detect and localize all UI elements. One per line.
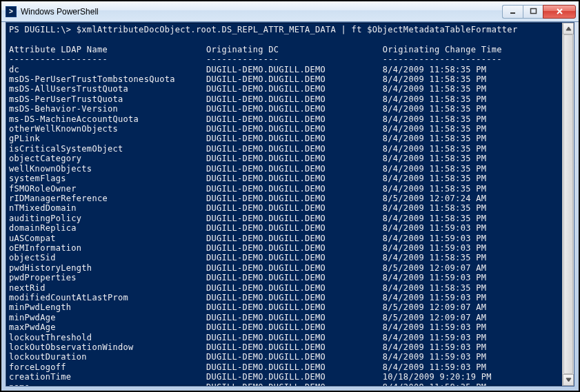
window-controls [502,5,576,19]
window-title: Windows PowerShell [21,7,502,17]
console-output[interactable]: PS DUGILL:\> $xmlAttributeDocObject.root… [6,23,562,386]
svg-rect-1 [530,9,536,14]
scrollbar-track[interactable] [563,34,574,374]
minimize-button[interactable] [502,5,523,19]
scroll-up-button[interactable] [563,23,574,34]
console-area: PS DUGILL:\> $xmlAttributeDocObject.root… [6,22,574,386]
scroll-down-button[interactable] [563,374,574,386]
titlebar[interactable]: > Windows PowerShell [1,1,579,22]
svg-marker-5 [566,378,571,382]
scrollbar-thumb[interactable] [563,34,573,374]
svg-marker-4 [566,27,571,30]
powershell-icon: > [6,6,17,17]
vertical-scrollbar[interactable] [562,23,574,386]
close-button[interactable] [543,5,576,19]
maximize-button[interactable] [523,5,543,19]
